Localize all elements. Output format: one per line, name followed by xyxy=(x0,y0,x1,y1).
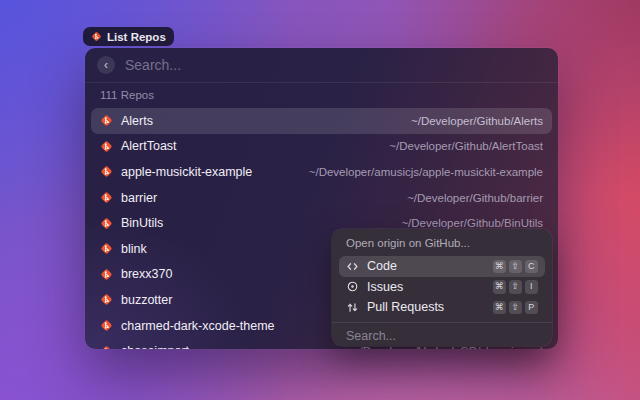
context-menu: Open origin on GitHub... Code ⌘ ⇧ C Issu… xyxy=(332,229,552,346)
repo-path: ~/Developer/Github/BinUtils xyxy=(401,217,543,229)
context-menu-items: Code ⌘ ⇧ C Issues ⌘ ⇧ I Pull Requests xyxy=(332,254,552,322)
back-button[interactable]: ‹ xyxy=(97,56,115,74)
git-repo-icon xyxy=(91,31,102,42)
git-repo-icon xyxy=(100,191,113,204)
context-menu-header: Open origin on GitHub... xyxy=(332,229,552,254)
pull-request-icon xyxy=(346,301,359,314)
letter-key: P xyxy=(525,301,539,315)
git-repo-icon xyxy=(100,293,113,306)
menu-item-label: Issues xyxy=(367,280,485,294)
section-header: 111 Repos xyxy=(100,89,154,103)
shortcut-keys: ⌘ ⇧ C xyxy=(493,260,539,274)
shift-key: ⇧ xyxy=(509,260,523,274)
menu-item-issues[interactable]: Issues ⌘ ⇧ I xyxy=(339,277,545,298)
badge-label: List Repos xyxy=(107,31,166,43)
git-repo-icon xyxy=(100,140,113,153)
git-repo-icon xyxy=(100,114,113,127)
repo-path: ~/Developer/Github/Alerts xyxy=(411,115,543,127)
cmd-key: ⌘ xyxy=(493,260,507,274)
code-icon xyxy=(346,260,359,273)
repo-row-apple-musickit-example[interactable]: apple-musickit-example ~/Developer/amusi… xyxy=(91,159,552,185)
letter-key: I xyxy=(525,280,539,294)
search-input[interactable] xyxy=(125,57,546,73)
cmd-key: ⌘ xyxy=(493,280,507,294)
git-repo-icon xyxy=(100,217,113,230)
shift-key: ⇧ xyxy=(509,280,523,294)
repo-row-alerttoast[interactable]: AlertToast ~/Developer/Github/AlertToast xyxy=(91,134,552,160)
cmd-key: ⌘ xyxy=(493,301,507,315)
shortcut-keys: ⌘ ⇧ P xyxy=(493,301,539,315)
git-repo-icon xyxy=(100,319,113,332)
repo-path: ~/Developer/Github/barrier xyxy=(407,192,543,204)
menu-item-pull-requests[interactable]: Pull Requests ⌘ ⇧ P xyxy=(339,297,545,318)
repo-path: ~/Developer/Github/AlertToast xyxy=(389,140,543,152)
issue-icon xyxy=(346,280,359,293)
git-repo-icon xyxy=(100,242,113,255)
menu-search-input[interactable] xyxy=(332,323,552,343)
search-divider xyxy=(85,82,558,83)
git-repo-icon xyxy=(100,268,113,281)
letter-key: C xyxy=(525,260,539,274)
menu-item-label: Code xyxy=(367,259,485,273)
menu-item-code[interactable]: Code ⌘ ⇧ C xyxy=(339,256,545,277)
list-repos-badge: List Repos xyxy=(83,27,174,46)
menu-item-label: Pull Requests xyxy=(367,300,485,314)
repo-row-alerts[interactable]: Alerts ~/Developer/Github/Alerts xyxy=(91,108,552,134)
git-repo-icon xyxy=(100,345,113,349)
search-bar: ‹ xyxy=(85,48,558,82)
repo-name: chaseimport xyxy=(121,344,345,349)
git-repo-icon xyxy=(100,165,113,178)
repo-name: apple-musickit-example xyxy=(121,165,301,179)
repo-row-barrier[interactable]: barrier ~/Developer/Github/barrier xyxy=(91,185,552,211)
shortcut-keys: ⌘ ⇧ I xyxy=(493,280,539,294)
shift-key: ⇧ xyxy=(509,301,523,315)
chevron-left-icon: ‹ xyxy=(104,59,108,71)
repo-name: AlertToast xyxy=(121,139,381,153)
repo-name: barrier xyxy=(121,191,399,205)
repo-name: Alerts xyxy=(121,114,403,128)
repo-path: ~/Developer/amusicjs/apple-musickit-exam… xyxy=(309,166,543,178)
